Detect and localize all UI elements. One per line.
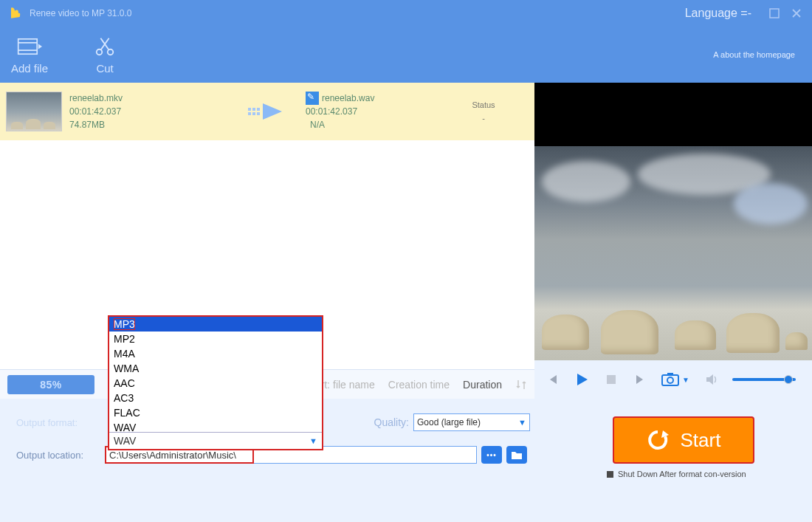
svg-rect-15 <box>607 375 616 384</box>
svg-rect-9 <box>257 108 260 111</box>
prev-track-button[interactable] <box>543 371 561 388</box>
source-filename: reneelab.mkv <box>69 92 232 105</box>
open-folder-button[interactable] <box>506 446 527 464</box>
sort-by-creation-time[interactable]: Creation time <box>388 379 450 391</box>
chevron-down-icon: ▼ <box>682 376 689 384</box>
format-option-m4a[interactable]: M4A <box>109 346 322 361</box>
chevron-down-icon: ▼ <box>518 418 526 427</box>
svg-rect-12 <box>257 112 260 115</box>
source-duration: 00:01:42.037 <box>69 105 232 118</box>
dest-duration: 00:01:42.037 <box>306 105 438 118</box>
shutdown-checkbox[interactable]: Shut Down After format con-version <box>607 470 769 478</box>
app-title: Renee video to MP 31.0.0 <box>30 8 132 18</box>
sort-by-filename[interactable]: file name <box>333 379 375 391</box>
play-button[interactable] <box>573 371 591 388</box>
format-option-flac[interactable]: FLAC <box>109 405 322 420</box>
next-track-button[interactable] <box>632 371 650 388</box>
svg-marker-4 <box>38 44 42 49</box>
scissors-icon <box>92 35 117 58</box>
svg-rect-7 <box>248 108 251 111</box>
zoom-indicator[interactable]: 85% <box>7 375 94 394</box>
svg-marker-14 <box>577 374 588 385</box>
chevron-down-icon: ▼ <box>309 436 317 445</box>
format-option-ac3[interactable]: AC3 <box>109 391 322 405</box>
edit-output-icon[interactable] <box>306 92 319 105</box>
svg-rect-18 <box>667 373 673 376</box>
start-button[interactable]: Start <box>613 416 754 464</box>
stop-button[interactable] <box>602 371 620 388</box>
app-logo-icon <box>7 6 22 21</box>
format-option-wav[interactable]: WAV <box>109 420 322 432</box>
quality-select[interactable]: Good (large file) ▼ <box>413 413 530 431</box>
status-value: - <box>438 114 529 123</box>
svg-rect-1 <box>18 38 38 53</box>
checkbox-icon <box>607 471 613 478</box>
volume-slider[interactable] <box>732 378 796 381</box>
browse-location-button[interactable]: ••• <box>481 446 502 464</box>
svg-point-17 <box>667 377 673 383</box>
format-option-mp3[interactable]: MP3 <box>109 317 322 332</box>
dest-size: N/A <box>306 118 438 131</box>
svg-rect-0 <box>770 9 779 18</box>
maximize-button[interactable] <box>766 5 782 21</box>
status-header: Status <box>438 100 529 109</box>
film-add-icon <box>17 35 42 58</box>
file-row[interactable]: reneelab.mkv 00:01:42.037 74.87MB reneel… <box>0 83 534 140</box>
svg-rect-11 <box>252 112 255 115</box>
mute-button[interactable] <box>703 371 720 388</box>
output-format-label: Output format: <box>16 417 105 428</box>
format-option-wma[interactable]: WMA <box>109 361 322 376</box>
format-option-aac[interactable]: AAC <box>109 376 322 391</box>
format-option-mp2[interactable]: MP2 <box>109 332 322 346</box>
preview-image <box>534 146 812 380</box>
close-button[interactable] <box>788 5 805 21</box>
output-location-label: Output location: <box>16 450 105 461</box>
sort-by-duration[interactable]: Duration <box>463 379 502 391</box>
language-label[interactable]: Language =- <box>685 7 751 20</box>
cut-label: Cut <box>96 62 113 75</box>
convert-arrow-icon <box>248 100 289 123</box>
output-format-current[interactable]: WAV ▼ <box>109 432 322 449</box>
cut-button[interactable]: Cut <box>92 35 117 75</box>
refresh-icon <box>647 429 669 451</box>
dest-filename: reneelab.wav <box>322 93 374 103</box>
quality-label: Quality: <box>365 416 409 428</box>
source-size: 74.87MB <box>69 118 232 131</box>
snapshot-button[interactable]: ▼ <box>661 372 689 387</box>
add-file-label: Add file <box>11 62 48 75</box>
about-link[interactable]: A about the homepage <box>713 50 795 59</box>
svg-rect-8 <box>252 108 255 111</box>
output-format-dropdown[interactable]: MP3MP2M4AWMAAACAC3FLACWAV WAV ▼ <box>108 315 323 450</box>
sort-order-icon[interactable] <box>515 379 527 391</box>
svg-marker-13 <box>263 103 282 120</box>
source-thumbnail <box>6 92 62 131</box>
svg-rect-10 <box>248 112 251 115</box>
add-file-button[interactable]: Add file <box>11 35 48 75</box>
